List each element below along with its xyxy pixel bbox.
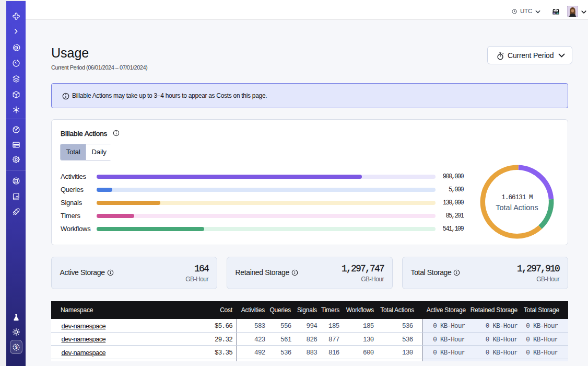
svg-text:$: $ [15,345,18,350]
